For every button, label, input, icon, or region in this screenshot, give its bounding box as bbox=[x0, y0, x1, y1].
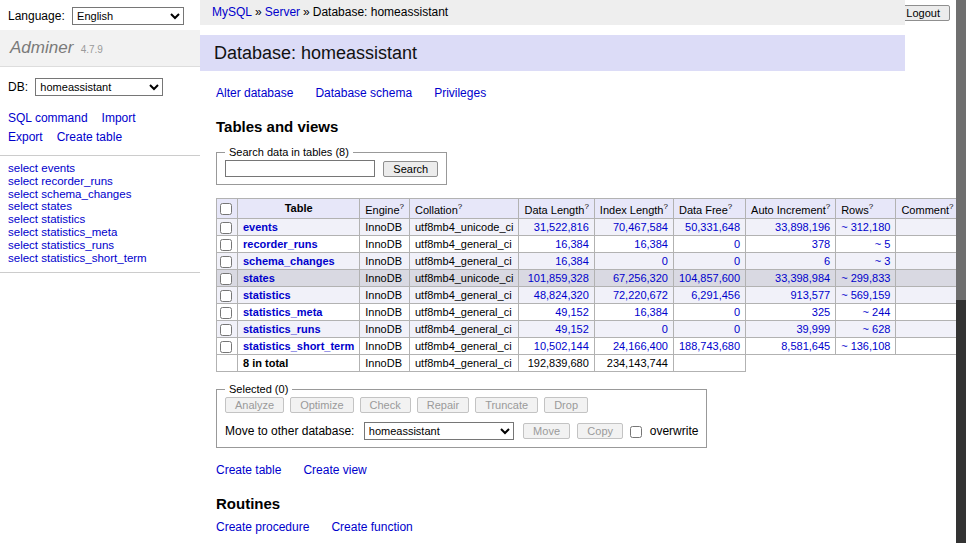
create-link-create-table[interactable]: Create table bbox=[216, 463, 281, 477]
table-name-link[interactable]: states bbox=[243, 272, 275, 284]
auto-increment-link[interactable]: 33,898,196 bbox=[775, 221, 830, 233]
analyze-button[interactable]: Analyze bbox=[225, 397, 284, 413]
row-checkbox[interactable] bbox=[220, 273, 232, 285]
data-length-link[interactable]: 49,152 bbox=[555, 323, 589, 335]
search-button[interactable]: Search bbox=[383, 161, 438, 177]
index-length-link[interactable]: 16,384 bbox=[634, 306, 668, 318]
data-length-link[interactable]: 31,522,816 bbox=[534, 221, 589, 233]
sidebar-table-link-select-recorder_runs[interactable]: select recorder_runs bbox=[8, 175, 113, 187]
sidebar-table-link-select-statistics[interactable]: select statistics bbox=[8, 213, 85, 225]
db-select[interactable]: homeassistant bbox=[35, 78, 163, 96]
create-link-create-view[interactable]: Create view bbox=[303, 463, 366, 477]
row-checkbox[interactable] bbox=[220, 239, 232, 251]
data-free-link[interactable]: 104,857,600 bbox=[679, 272, 740, 284]
auto-increment-link[interactable]: 913,577 bbox=[790, 289, 830, 301]
check-button[interactable]: Check bbox=[360, 397, 411, 413]
index-length-link[interactable]: 16,384 bbox=[634, 238, 668, 250]
index-length-link[interactable]: 0 bbox=[662, 255, 668, 267]
help-icon[interactable]: ? bbox=[728, 202, 732, 211]
data-length-link[interactable]: 49,152 bbox=[555, 306, 589, 318]
sidebar-table-link-select-states[interactable]: select states bbox=[8, 200, 72, 212]
help-icon[interactable]: ? bbox=[458, 202, 462, 211]
sidebar-table-link-select-schema_changes[interactable]: select schema_changes bbox=[8, 188, 131, 200]
sidebar-action-link-sql-command[interactable]: SQL command bbox=[8, 111, 88, 125]
data-length-link[interactable]: 16,384 bbox=[555, 255, 589, 267]
db-nav-link-database-schema[interactable]: Database schema bbox=[315, 86, 412, 100]
auto-increment-link[interactable]: 325 bbox=[812, 306, 830, 318]
data-length-link[interactable]: 10,502,144 bbox=[534, 340, 589, 352]
app-logo-link[interactable]: Adminer bbox=[10, 38, 73, 57]
rows-link[interactable]: ~ 3 bbox=[875, 255, 891, 267]
auto-increment-link[interactable]: 6 bbox=[824, 255, 830, 267]
index-length-link[interactable]: 70,467,584 bbox=[613, 221, 668, 233]
data-length-link[interactable]: 101,859,328 bbox=[528, 272, 589, 284]
routine-link-create-function[interactable]: Create function bbox=[331, 520, 412, 534]
sidebar-action-link-create-table[interactable]: Create table bbox=[57, 130, 122, 144]
copy-button[interactable]: Copy bbox=[577, 423, 623, 439]
row-checkbox[interactable] bbox=[220, 324, 232, 336]
rows-link[interactable]: ~ 299,833 bbox=[841, 272, 890, 284]
auto-increment-link[interactable]: 39,999 bbox=[797, 323, 831, 335]
repair-button[interactable]: Repair bbox=[417, 397, 469, 413]
help-icon[interactable]: ? bbox=[869, 202, 873, 211]
move-button[interactable]: Move bbox=[523, 423, 570, 439]
table-name-link[interactable]: statistics bbox=[243, 289, 291, 301]
scrollbar[interactable] bbox=[956, 0, 966, 543]
index-length-link[interactable]: 0 bbox=[662, 323, 668, 335]
sidebar-table-link-select-events[interactable]: select events bbox=[8, 162, 75, 174]
scrollbar-thumb[interactable] bbox=[956, 0, 966, 300]
db-nav-link-alter-database[interactable]: Alter database bbox=[216, 86, 293, 100]
index-length-link[interactable]: 67,256,320 bbox=[613, 272, 668, 284]
data-free-link[interactable]: 0 bbox=[734, 323, 740, 335]
rows-link[interactable]: ~ 5 bbox=[875, 238, 891, 250]
sidebar-table-link-select-statistics_runs[interactable]: select statistics_runs bbox=[8, 239, 114, 251]
overwrite-label[interactable]: overwrite bbox=[650, 424, 699, 438]
sidebar-action-link-import[interactable]: Import bbox=[102, 111, 136, 125]
search-input[interactable] bbox=[225, 160, 375, 177]
help-icon[interactable]: ? bbox=[400, 202, 404, 211]
index-length-link[interactable]: 24,166,400 bbox=[613, 340, 668, 352]
data-free-link[interactable]: 6,291,456 bbox=[691, 289, 740, 301]
sidebar-table-link-select-statistics_short_term[interactable]: select statistics_short_term bbox=[8, 252, 147, 264]
rows-link[interactable]: ~ 312,180 bbox=[841, 221, 890, 233]
row-checkbox[interactable] bbox=[220, 256, 232, 268]
rows-link[interactable]: ~ 244 bbox=[863, 306, 891, 318]
data-free-link[interactable]: 0 bbox=[734, 255, 740, 267]
row-checkbox[interactable] bbox=[220, 290, 232, 302]
move-db-select[interactable]: homeassistant bbox=[364, 422, 514, 440]
table-name-link[interactable]: events bbox=[243, 221, 278, 233]
data-free-link[interactable]: 0 bbox=[734, 238, 740, 250]
db-nav-link-privileges[interactable]: Privileges bbox=[434, 86, 486, 100]
sidebar-action-link-export[interactable]: Export bbox=[8, 130, 43, 144]
table-name-link[interactable]: statistics_meta bbox=[243, 306, 323, 318]
row-checkbox[interactable] bbox=[220, 341, 232, 353]
help-icon[interactable]: ? bbox=[949, 202, 953, 211]
rows-link[interactable]: ~ 136,108 bbox=[841, 340, 890, 352]
auto-increment-link[interactable]: 8,581,645 bbox=[781, 340, 830, 352]
data-free-link[interactable]: 0 bbox=[734, 306, 740, 318]
table-name-link[interactable]: schema_changes bbox=[243, 255, 335, 267]
auto-increment-link[interactable]: 378 bbox=[812, 238, 830, 250]
breadcrumb-link-server[interactable]: Server bbox=[265, 5, 300, 19]
table-name-link[interactable]: statistics_short_term bbox=[243, 340, 354, 352]
overwrite-checkbox[interactable] bbox=[630, 426, 642, 438]
auto-increment-link[interactable]: 33,398,984 bbox=[775, 272, 830, 284]
table-name-link[interactable]: statistics_runs bbox=[243, 323, 321, 335]
breadcrumb-link-mysql[interactable]: MySQL bbox=[212, 5, 252, 19]
language-select[interactable]: English bbox=[72, 7, 184, 25]
help-icon[interactable]: ? bbox=[663, 202, 667, 211]
sidebar-table-link-select-statistics_meta[interactable]: select statistics_meta bbox=[8, 226, 117, 238]
index-length-link[interactable]: 72,220,672 bbox=[613, 289, 668, 301]
rows-link[interactable]: ~ 569,159 bbox=[841, 289, 890, 301]
data-length-link[interactable]: 48,824,320 bbox=[534, 289, 589, 301]
data-free-link[interactable]: 188,743,680 bbox=[679, 340, 740, 352]
rows-link[interactable]: ~ 628 bbox=[863, 323, 891, 335]
row-checkbox[interactable] bbox=[220, 222, 232, 234]
help-icon[interactable]: ? bbox=[826, 202, 830, 211]
table-name-link[interactable]: recorder_runs bbox=[243, 238, 318, 250]
data-free-link[interactable]: 50,331,648 bbox=[685, 221, 740, 233]
optimize-button[interactable]: Optimize bbox=[290, 397, 353, 413]
help-icon[interactable]: ? bbox=[584, 202, 588, 211]
data-length-link[interactable]: 16,384 bbox=[555, 238, 589, 250]
row-checkbox[interactable] bbox=[220, 307, 232, 319]
